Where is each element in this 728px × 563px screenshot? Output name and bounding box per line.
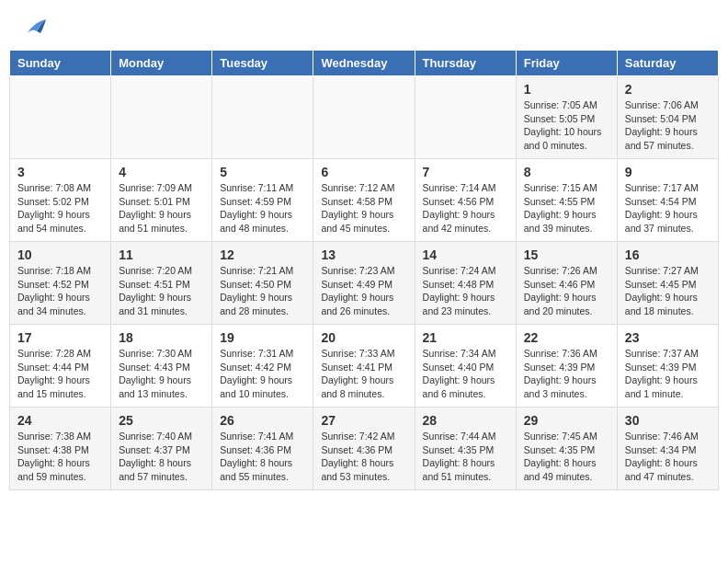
calendar-cell [415,76,516,159]
day-info: Sunrise: 7:38 AM Sunset: 4:38 PM Dayligh… [17,430,103,484]
day-info: Sunrise: 7:18 AM Sunset: 4:52 PM Dayligh… [17,264,103,318]
weekday-header-monday: Monday [111,51,212,76]
calendar-cell: 6Sunrise: 7:12 AM Sunset: 4:58 PM Daylig… [313,159,415,242]
day-number: 24 [17,413,103,428]
day-info: Sunrise: 7:36 AM Sunset: 4:39 PM Dayligh… [524,347,609,401]
weekday-header-row: SundayMondayTuesdayWednesdayThursdayFrid… [10,51,719,76]
logo-bird-icon [20,15,48,42]
day-number: 9 [625,165,711,179]
day-number: 18 [119,330,204,345]
day-info: Sunrise: 7:26 AM Sunset: 4:46 PM Dayligh… [524,264,609,318]
day-number: 1 [524,82,609,97]
weekday-header-sunday: Sunday [10,51,111,76]
calendar-cell [10,76,111,159]
calendar-cell: 30Sunrise: 7:46 AM Sunset: 4:34 PM Dayli… [617,408,718,490]
day-info: Sunrise: 7:15 AM Sunset: 4:55 PM Dayligh… [524,181,609,236]
day-info: Sunrise: 7:45 AM Sunset: 4:35 PM Dayligh… [524,430,609,484]
calendar-cell: 21Sunrise: 7:34 AM Sunset: 4:40 PM Dayli… [415,325,516,408]
day-number: 14 [423,247,508,262]
calendar-cell: 8Sunrise: 7:15 AM Sunset: 4:55 PM Daylig… [516,159,617,242]
day-info: Sunrise: 7:23 AM Sunset: 4:49 PM Dayligh… [321,264,406,318]
day-number: 20 [321,330,406,345]
day-number: 17 [17,330,103,345]
calendar-cell: 16Sunrise: 7:27 AM Sunset: 4:45 PM Dayli… [617,242,718,325]
weekday-header-tuesday: Tuesday [212,51,313,76]
day-info: Sunrise: 7:41 AM Sunset: 4:36 PM Dayligh… [220,430,305,484]
day-info: Sunrise: 7:37 AM Sunset: 4:39 PM Dayligh… [625,347,711,401]
day-number: 3 [17,165,103,179]
day-info: Sunrise: 7:17 AM Sunset: 4:54 PM Dayligh… [625,181,711,236]
calendar-cell: 20Sunrise: 7:33 AM Sunset: 4:41 PM Dayli… [313,325,415,408]
calendar-cell: 2Sunrise: 7:06 AM Sunset: 5:04 PM Daylig… [617,76,718,159]
day-number: 28 [423,413,508,428]
calendar-cell: 26Sunrise: 7:41 AM Sunset: 4:36 PM Dayli… [212,408,313,490]
day-info: Sunrise: 7:20 AM Sunset: 4:51 PM Dayligh… [119,264,204,318]
week-row-4: 24Sunrise: 7:38 AM Sunset: 4:38 PM Dayli… [10,408,719,490]
calendar-cell: 1Sunrise: 7:05 AM Sunset: 5:05 PM Daylig… [516,76,617,159]
day-info: Sunrise: 7:34 AM Sunset: 4:40 PM Dayligh… [423,347,508,401]
day-number: 26 [220,413,305,428]
calendar-cell: 22Sunrise: 7:36 AM Sunset: 4:39 PM Dayli… [516,325,617,408]
week-row-3: 17Sunrise: 7:28 AM Sunset: 4:44 PM Dayli… [10,325,719,408]
day-number: 21 [423,330,508,345]
day-number: 12 [220,247,305,262]
calendar-cell: 28Sunrise: 7:44 AM Sunset: 4:35 PM Dayli… [415,408,516,490]
calendar-cell: 10Sunrise: 7:18 AM Sunset: 4:52 PM Dayli… [10,242,111,325]
calendar-cell: 15Sunrise: 7:26 AM Sunset: 4:46 PM Dayli… [516,242,617,325]
day-info: Sunrise: 7:21 AM Sunset: 4:50 PM Dayligh… [220,264,305,318]
day-info: Sunrise: 7:33 AM Sunset: 4:41 PM Dayligh… [321,347,406,401]
day-info: Sunrise: 7:08 AM Sunset: 5:02 PM Dayligh… [17,181,103,236]
day-info: Sunrise: 7:09 AM Sunset: 5:01 PM Dayligh… [119,181,204,236]
day-number: 5 [220,165,305,179]
weekday-header-thursday: Thursday [415,51,516,76]
day-number: 7 [423,165,508,179]
day-info: Sunrise: 7:06 AM Sunset: 5:04 PM Dayligh… [625,98,711,153]
day-number: 15 [524,247,609,262]
week-row-1: 3Sunrise: 7:08 AM Sunset: 5:02 PM Daylig… [10,159,719,242]
day-number: 8 [524,165,609,179]
day-info: Sunrise: 7:42 AM Sunset: 4:36 PM Dayligh… [321,430,406,484]
calendar-cell: 7Sunrise: 7:14 AM Sunset: 4:56 PM Daylig… [415,159,516,242]
calendar-cell: 9Sunrise: 7:17 AM Sunset: 4:54 PM Daylig… [617,159,718,242]
day-number: 13 [321,247,406,262]
calendar: SundayMondayTuesdayWednesdayThursdayFrid… [9,50,719,490]
calendar-cell: 12Sunrise: 7:21 AM Sunset: 4:50 PM Dayli… [212,242,313,325]
day-number: 16 [625,247,711,262]
day-info: Sunrise: 7:27 AM Sunset: 4:45 PM Dayligh… [625,264,711,318]
day-number: 29 [524,413,609,428]
calendar-cell: 19Sunrise: 7:31 AM Sunset: 4:42 PM Dayli… [212,325,313,408]
calendar-cell: 4Sunrise: 7:09 AM Sunset: 5:01 PM Daylig… [111,159,212,242]
calendar-cell: 11Sunrise: 7:20 AM Sunset: 4:51 PM Dayli… [111,242,212,325]
day-number: 11 [119,247,204,262]
day-number: 27 [321,413,406,428]
calendar-cell: 17Sunrise: 7:28 AM Sunset: 4:44 PM Dayli… [10,325,111,408]
day-info: Sunrise: 7:30 AM Sunset: 4:43 PM Dayligh… [119,347,204,401]
calendar-cell: 23Sunrise: 7:37 AM Sunset: 4:39 PM Dayli… [617,325,718,408]
day-number: 23 [625,330,711,345]
weekday-header-saturday: Saturday [617,51,718,76]
day-info: Sunrise: 7:05 AM Sunset: 5:05 PM Dayligh… [524,98,609,153]
calendar-cell [212,76,313,159]
day-info: Sunrise: 7:28 AM Sunset: 4:44 PM Dayligh… [17,347,103,401]
day-info: Sunrise: 7:46 AM Sunset: 4:34 PM Dayligh… [625,430,711,484]
calendar-cell: 14Sunrise: 7:24 AM Sunset: 4:48 PM Dayli… [415,242,516,325]
logo [18,15,48,42]
calendar-cell: 5Sunrise: 7:11 AM Sunset: 4:59 PM Daylig… [212,159,313,242]
week-row-0: 1Sunrise: 7:05 AM Sunset: 5:05 PM Daylig… [10,76,719,159]
weekday-header-friday: Friday [516,51,617,76]
day-info: Sunrise: 7:40 AM Sunset: 4:37 PM Dayligh… [119,430,204,484]
calendar-cell: 29Sunrise: 7:45 AM Sunset: 4:35 PM Dayli… [516,408,617,490]
day-number: 10 [17,247,103,262]
day-info: Sunrise: 7:24 AM Sunset: 4:48 PM Dayligh… [423,264,508,318]
calendar-cell [111,76,212,159]
day-info: Sunrise: 7:12 AM Sunset: 4:58 PM Dayligh… [321,181,406,236]
calendar-cell [313,76,415,159]
day-info: Sunrise: 7:14 AM Sunset: 4:56 PM Dayligh… [423,181,508,236]
day-number: 6 [321,165,406,179]
calendar-cell: 24Sunrise: 7:38 AM Sunset: 4:38 PM Dayli… [10,408,111,490]
calendar-cell: 13Sunrise: 7:23 AM Sunset: 4:49 PM Dayli… [313,242,415,325]
day-number: 19 [220,330,305,345]
calendar-cell: 3Sunrise: 7:08 AM Sunset: 5:02 PM Daylig… [10,159,111,242]
week-row-2: 10Sunrise: 7:18 AM Sunset: 4:52 PM Dayli… [10,242,719,325]
day-info: Sunrise: 7:44 AM Sunset: 4:35 PM Dayligh… [423,430,508,484]
